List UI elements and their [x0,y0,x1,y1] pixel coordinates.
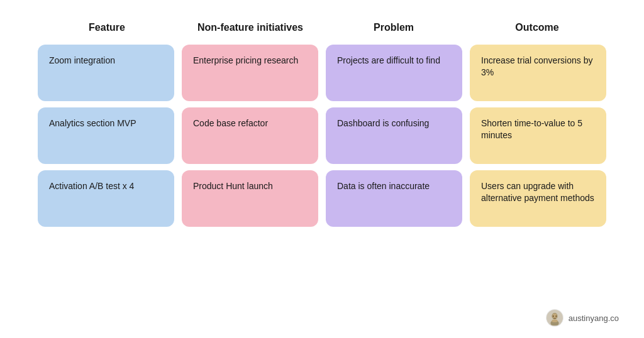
branding: austinyang.co [546,309,619,327]
row1-problem: Projects are difficult to find [326,45,462,101]
row3-feature: Activation A/B test x 4 [38,170,174,227]
row2-feature: Analytics section MVP [38,107,174,164]
row1-nonfeature: Enterprise pricing research [182,45,318,101]
page-container: Feature Non-feature initiatives Problem … [0,0,644,338]
table-row: Zoom integration Enterprise pricing rese… [38,45,606,101]
branding-label: austinyang.co [569,313,619,323]
header-feature: Feature [39,19,175,37]
row2-nonfeature: Code base refactor [182,107,318,164]
table-row: Activation A/B test x 4 Product Hunt lau… [38,170,606,227]
row2-outcome: Shorten time-to-value to 5 minutes [470,107,606,164]
header-row: Feature Non-feature initiatives Problem … [38,19,606,37]
svg-point-6 [555,315,557,317]
data-rows: Zoom integration Enterprise pricing rese… [38,45,606,227]
row3-nonfeature: Product Hunt launch [182,170,318,227]
svg-point-4 [552,319,557,322]
table-row: Analytics section MVP Code base refactor… [38,107,606,164]
row1-outcome: Increase trial conversions by 3% [470,45,606,101]
header-outcome: Outcome [469,19,605,37]
header-problem: Problem [326,19,462,37]
row2-problem: Dashboard is confusing [326,107,462,164]
table-wrapper: Feature Non-feature initiatives Problem … [38,19,606,227]
row3-problem: Data is often inaccurate [326,170,462,227]
svg-point-5 [553,315,554,317]
avatar [546,309,564,327]
row3-outcome: Users can upgrade with alternative payme… [470,170,606,227]
header-nonfeature: Non-feature initiatives [182,19,318,37]
row1-feature: Zoom integration [38,45,174,101]
